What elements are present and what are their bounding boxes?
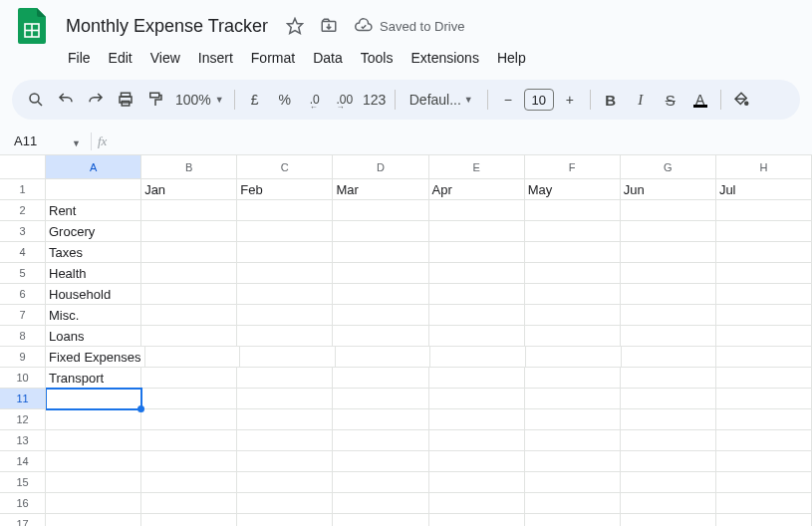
cell-B2[interactable] bbox=[141, 200, 237, 221]
cell-F2[interactable] bbox=[525, 200, 621, 221]
cell-G14[interactable] bbox=[621, 451, 716, 472]
cell-B6[interactable] bbox=[141, 284, 237, 305]
row-header-8[interactable]: 8 bbox=[0, 326, 46, 347]
cell-C7[interactable] bbox=[237, 305, 333, 326]
cell-B16[interactable] bbox=[141, 493, 237, 514]
cell-E10[interactable] bbox=[429, 368, 525, 389]
cell-D10[interactable] bbox=[333, 368, 428, 389]
menu-edit[interactable]: Edit bbox=[101, 46, 140, 70]
cell-E4[interactable] bbox=[429, 242, 525, 263]
cell-E1[interactable]: Apr bbox=[429, 179, 525, 200]
cell-B7[interactable] bbox=[141, 305, 237, 326]
cell-D9[interactable] bbox=[336, 347, 431, 368]
menu-tools[interactable]: Tools bbox=[353, 46, 402, 70]
cell-D1[interactable]: Mar bbox=[333, 179, 428, 200]
cell-C6[interactable] bbox=[237, 284, 333, 305]
cell-F14[interactable] bbox=[525, 451, 621, 472]
menu-help[interactable]: Help bbox=[489, 46, 534, 70]
row-header-17[interactable]: 17 bbox=[0, 514, 46, 526]
cell-H12[interactable] bbox=[716, 409, 812, 430]
menu-file[interactable]: File bbox=[60, 46, 99, 70]
col-header-A[interactable]: A bbox=[46, 155, 141, 179]
cell-G9[interactable] bbox=[622, 347, 717, 368]
row-header-11[interactable]: 11 bbox=[0, 389, 46, 409]
cell-H3[interactable] bbox=[716, 221, 812, 242]
row-header-6[interactable]: 6 bbox=[0, 284, 46, 305]
cell-F4[interactable] bbox=[525, 242, 621, 263]
row-header-13[interactable]: 13 bbox=[0, 430, 46, 451]
col-header-D[interactable]: D bbox=[333, 155, 428, 179]
row-header-9[interactable]: 9 bbox=[0, 347, 46, 368]
row-header-16[interactable]: 16 bbox=[0, 493, 46, 514]
spreadsheet-grid[interactable]: 1234567891011121314151617 ABCDEFGH JanFe… bbox=[0, 155, 812, 526]
cell-G2[interactable] bbox=[621, 200, 716, 221]
cell-F15[interactable] bbox=[525, 472, 621, 493]
cell-A4[interactable]: Taxes bbox=[46, 242, 141, 263]
increase-decimal-button[interactable]: .00→ bbox=[331, 86, 359, 114]
cell-B13[interactable] bbox=[141, 430, 237, 451]
cell-F9[interactable] bbox=[526, 347, 622, 368]
cell-C10[interactable] bbox=[237, 368, 333, 389]
zoom-dropdown[interactable]: 100% ▼ bbox=[171, 86, 228, 114]
cloud-saved-icon[interactable]: Saved to Drive bbox=[350, 13, 468, 39]
cell-A2[interactable]: Rent bbox=[46, 200, 141, 221]
paint-format-button[interactable] bbox=[141, 86, 169, 114]
col-header-F[interactable]: F bbox=[525, 155, 621, 179]
cell-D11[interactable] bbox=[333, 389, 428, 409]
name-box-dropdown[interactable]: ▼ bbox=[68, 132, 85, 150]
cell-C13[interactable] bbox=[237, 430, 333, 451]
cell-H5[interactable] bbox=[716, 263, 812, 284]
cell-F11[interactable] bbox=[525, 389, 621, 409]
cell-A17[interactable] bbox=[46, 514, 141, 526]
cell-A5[interactable]: Health bbox=[46, 263, 141, 284]
cell-H9[interactable] bbox=[716, 347, 812, 368]
cell-A1[interactable] bbox=[46, 179, 141, 200]
cell-G15[interactable] bbox=[621, 472, 716, 493]
cell-C12[interactable] bbox=[237, 409, 333, 430]
cell-E11[interactable] bbox=[429, 389, 525, 409]
cell-H1[interactable]: Jul bbox=[716, 179, 812, 200]
cell-B12[interactable] bbox=[141, 409, 237, 430]
row-header-2[interactable]: 2 bbox=[0, 200, 46, 221]
row-header-15[interactable]: 15 bbox=[0, 472, 46, 493]
row-header-4[interactable]: 4 bbox=[0, 242, 46, 263]
bold-button[interactable]: B bbox=[597, 86, 625, 114]
cell-E17[interactable] bbox=[429, 514, 525, 526]
percent-button[interactable]: % bbox=[271, 86, 299, 114]
cell-E5[interactable] bbox=[429, 263, 525, 284]
cell-F16[interactable] bbox=[525, 493, 621, 514]
row-header-10[interactable]: 10 bbox=[0, 368, 46, 389]
cell-B8[interactable] bbox=[141, 326, 237, 347]
cell-G8[interactable] bbox=[621, 326, 716, 347]
cell-D12[interactable] bbox=[333, 409, 428, 430]
cell-C11[interactable] bbox=[237, 389, 333, 409]
cell-A15[interactable] bbox=[46, 472, 141, 493]
row-header-7[interactable]: 7 bbox=[0, 305, 46, 326]
cell-F1[interactable]: May bbox=[525, 179, 621, 200]
cell-E2[interactable] bbox=[429, 200, 525, 221]
cell-F6[interactable] bbox=[525, 284, 621, 305]
menu-insert[interactable]: Insert bbox=[190, 46, 241, 70]
cell-F10[interactable] bbox=[525, 368, 621, 389]
col-header-E[interactable]: E bbox=[429, 155, 525, 179]
font-size-increase[interactable]: + bbox=[556, 86, 584, 114]
number-format-button[interactable]: 123 bbox=[361, 86, 389, 114]
cell-D3[interactable] bbox=[333, 221, 428, 242]
cell-G3[interactable] bbox=[621, 221, 716, 242]
cell-C15[interactable] bbox=[237, 472, 333, 493]
cell-B1[interactable]: Jan bbox=[141, 179, 237, 200]
cell-H17[interactable] bbox=[716, 514, 812, 526]
cell-E16[interactable] bbox=[429, 493, 525, 514]
cell-C3[interactable] bbox=[237, 221, 333, 242]
cell-C4[interactable] bbox=[237, 242, 333, 263]
cell-C17[interactable] bbox=[237, 514, 333, 526]
cell-A6[interactable]: Household bbox=[46, 284, 141, 305]
italic-button[interactable]: I bbox=[627, 86, 655, 114]
cell-D8[interactable] bbox=[333, 326, 428, 347]
cell-D5[interactable] bbox=[333, 263, 428, 284]
cell-D14[interactable] bbox=[333, 451, 428, 472]
cell-H14[interactable] bbox=[716, 451, 812, 472]
row-header-5[interactable]: 5 bbox=[0, 263, 46, 284]
cell-D4[interactable] bbox=[333, 242, 428, 263]
cell-G1[interactable]: Jun bbox=[621, 179, 716, 200]
